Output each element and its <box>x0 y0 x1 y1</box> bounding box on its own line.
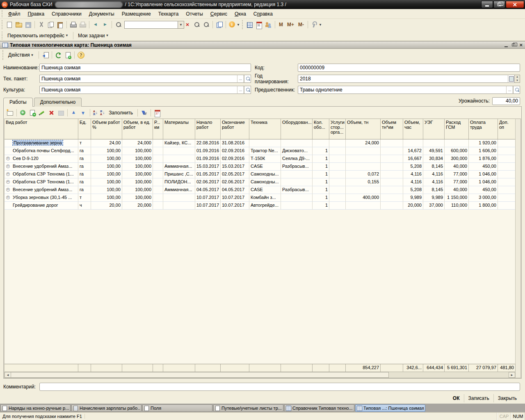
table-cell[interactable] <box>381 155 403 163</box>
table-cell[interactable]: 02.09.2016 <box>221 147 249 155</box>
table-cell[interactable]: 1 046,00 <box>469 171 498 178</box>
column-header[interactable]: Ед. <box>78 119 91 139</box>
tech-card-button[interactable] <box>153 108 162 117</box>
calendar-button[interactable] <box>254 20 264 29</box>
end-edit-button[interactable] <box>56 108 66 117</box>
save-record-button[interactable]: Записать <box>464 394 493 402</box>
table-cell[interactable]: 100,00 <box>91 194 122 202</box>
table-cell[interactable]: 10.07.2017 <box>221 194 249 202</box>
column-header[interactable]: Объем, тн <box>346 119 381 139</box>
table-cell[interactable] <box>381 147 403 155</box>
table-cell[interactable]: 450,00 <box>469 163 498 171</box>
table-cell[interactable]: 4,116 <box>403 171 423 178</box>
table-cell[interactable] <box>153 163 163 171</box>
save-button[interactable] <box>23 20 33 29</box>
move-down-button[interactable] <box>79 108 88 117</box>
planning-year-field[interactable]: 2018 <box>298 75 508 83</box>
column-header[interactable]: Материалы <box>163 119 195 139</box>
table-cell[interactable] <box>381 139 403 147</box>
table-cell[interactable] <box>163 194 195 202</box>
print-preview-button[interactable] <box>78 20 87 29</box>
table-cell[interactable]: ПОЛИДОН... <box>163 178 195 186</box>
table-cell[interactable] <box>163 202 195 210</box>
table-cell[interactable]: 100,000 <box>122 186 153 194</box>
table-cell[interactable] <box>329 155 346 163</box>
my-tasks-button[interactable]: Мои задачи▼ <box>75 31 112 40</box>
table-cell[interactable] <box>445 139 469 147</box>
sort-desc-button[interactable]: ЯА↓ <box>99 109 106 116</box>
table-cell[interactable] <box>381 194 403 202</box>
table-row[interactable]: +Уборка зерновых (30,1-45 ...т100,00100,… <box>5 194 515 202</box>
table-cell[interactable]: 02.09.2016 <box>221 155 249 163</box>
table-cell[interactable]: 22.08.2016 <box>195 139 221 147</box>
table-cell[interactable] <box>498 178 515 186</box>
table-cell[interactable]: 01.05.2017 <box>195 171 221 178</box>
column-header[interactable]: Окончание работ <box>221 119 249 139</box>
settings-button[interactable]: ▼ <box>310 20 323 29</box>
comment-field[interactable] <box>39 383 520 391</box>
search-dropdown-button[interactable]: ▼ <box>178 21 184 29</box>
table-cell[interactable]: га <box>78 171 91 178</box>
table-cell[interactable]: Протравливание зерна <box>5 139 78 147</box>
scrollbar-thumb[interactable] <box>11 372 389 378</box>
table-cell[interactable]: га <box>78 147 91 155</box>
table-cell[interactable]: 1 <box>313 186 329 194</box>
table-cell[interactable] <box>346 147 381 155</box>
table-row[interactable]: +Внесение удобрений Амаз...га100,00100,0… <box>5 163 515 171</box>
table-cell[interactable]: 400,000 <box>346 194 381 202</box>
table-cell[interactable] <box>153 171 163 178</box>
table-cell[interactable]: 1 <box>313 194 329 202</box>
table-cell[interactable] <box>498 194 515 202</box>
menu-item-Окна[interactable]: Окна <box>231 10 250 18</box>
table-cell[interactable]: 0,155 <box>346 178 381 186</box>
table-cell[interactable]: 02.06.2017 <box>221 178 249 186</box>
tab-Работы[interactable]: Работы <box>3 98 33 107</box>
table-cell[interactable]: Автогрейде... <box>249 202 281 210</box>
column-header[interactable]: Оплата труда <box>469 119 498 139</box>
table-cell[interactable]: 30,834 <box>423 155 445 163</box>
table-cell[interactable] <box>153 178 163 186</box>
table-cell[interactable]: 10.07.2017 <box>195 194 221 202</box>
table-cell[interactable]: 9,989 <box>423 194 445 202</box>
add-document-button[interactable] <box>63 50 73 59</box>
column-header[interactable]: Объем тн*км <box>381 119 403 139</box>
menu-item-Сервис[interactable]: Сервис <box>207 10 231 18</box>
table-cell[interactable] <box>153 155 163 163</box>
table-cell[interactable]: Трактор Nе... <box>249 147 281 155</box>
table-cell[interactable] <box>329 147 346 155</box>
form-minimize-button[interactable] <box>504 46 508 47</box>
table-cell[interactable]: +Сев D-9-120 <box>5 155 78 163</box>
expand-icon[interactable]: + <box>6 164 10 168</box>
close-form-button[interactable]: Закрыть <box>493 394 521 402</box>
table-cell[interactable]: 01.09.2016 <box>195 147 221 155</box>
table-cell[interactable] <box>329 171 346 178</box>
search-input[interactable] <box>124 21 178 29</box>
column-header[interactable]: Объем работ % <box>91 119 122 139</box>
table-cell[interactable] <box>163 155 195 163</box>
table-cell[interactable]: Разбрасыв... <box>281 163 313 171</box>
expand-icon[interactable]: + <box>6 196 10 199</box>
table-cell[interactable] <box>498 163 515 171</box>
tech-package-field[interactable]: Пшеница озимая <box>39 75 237 83</box>
vertical-scrollbar[interactable] <box>515 119 521 378</box>
minimize-button[interactable] <box>481 1 493 8</box>
table-cell[interactable] <box>498 202 515 210</box>
open-button[interactable] <box>14 20 23 29</box>
table-cell[interactable]: га <box>78 163 91 171</box>
table-cell[interactable]: Самоходны... <box>249 171 281 178</box>
table-cell[interactable] <box>346 155 381 163</box>
table-cell[interactable]: 1 606,00 <box>469 147 498 155</box>
table-cell[interactable] <box>381 171 403 178</box>
table-cell[interactable] <box>153 139 163 147</box>
copy-button[interactable] <box>46 20 55 29</box>
sort-asc-button[interactable]: АЯ↓ <box>92 109 99 116</box>
table-cell[interactable]: 100,00 <box>91 147 122 155</box>
table-cell[interactable] <box>381 163 403 171</box>
table-cell[interactable]: 04.05.2017 <box>195 186 221 194</box>
table-cell[interactable]: 4,116 <box>403 178 423 186</box>
table-cell[interactable]: CASE <box>249 186 281 194</box>
move-up-button[interactable] <box>69 108 79 117</box>
column-header[interactable]: Кол. обо... <box>313 119 329 139</box>
planning-year-calendar-button[interactable] <box>508 75 515 83</box>
menu-item-Документы[interactable]: Документы <box>85 10 118 18</box>
